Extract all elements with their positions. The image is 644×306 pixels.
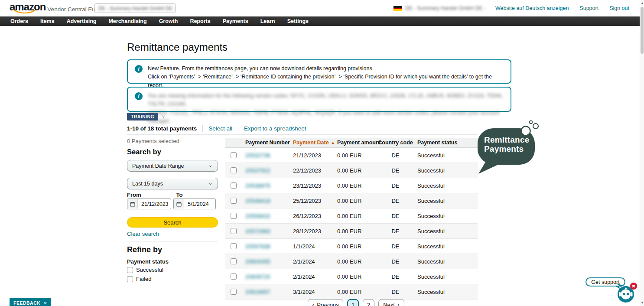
row-checkbox-cell — [225, 167, 242, 173]
col-payment-number[interactable]: Payment Number — [242, 140, 289, 146]
scroll-up-arrow-icon[interactable] — [641, 2, 644, 4]
nav-reports[interactable]: Reports — [184, 16, 216, 26]
row-checkbox[interactable] — [231, 289, 237, 295]
search-by-heading: Search by — [127, 148, 218, 156]
from-date-value[interactable]: 21/12/2023 — [138, 201, 169, 207]
row-checkbox[interactable] — [231, 258, 237, 264]
payment-number-link[interactable]: 20604355 — [245, 258, 270, 265]
support-link[interactable]: Support — [574, 5, 604, 11]
country-code-cell: DE — [377, 213, 414, 219]
nav-merchandising[interactable]: Merchandising — [102, 16, 153, 26]
row-checkbox-cell — [225, 198, 242, 204]
divider — [238, 125, 238, 132]
country-code-cell: DE — [377, 198, 414, 204]
vendor-selector-dropdown[interactable]: DE - Summary Handel GmbH DE - L... — [94, 3, 176, 13]
nav-settings[interactable]: Settings — [281, 16, 315, 26]
feedback-button[interactable]: FEEDBACK ✕ — [10, 298, 51, 306]
language-toggle-link[interactable]: Website auf Deutsch anzeigen — [490, 5, 574, 11]
row-checkbox[interactable] — [231, 167, 237, 173]
payment-amount-cell: 0.00 EUR — [334, 198, 377, 204]
row-checkbox[interactable] — [231, 213, 237, 219]
header-links: Website auf Deutsch anzeigen Support Sig… — [490, 5, 634, 12]
scroll-down-arrow-icon[interactable] — [641, 302, 644, 304]
table-row: 20609720 2/1/2024 0.00 EUR DE Successful — [225, 269, 478, 284]
row-checkbox[interactable] — [231, 152, 237, 158]
previous-page-button[interactable]: ‹ Previous — [308, 299, 343, 306]
vendor-selector-value: DE - Summary Handel GmbH DE - L... — [98, 6, 176, 11]
new-feature-notice: i New Feature. From the remittances page… — [127, 59, 511, 84]
close-icon[interactable]: ✕ — [43, 301, 47, 306]
next-page-button[interactable]: Next › — [378, 299, 404, 306]
training-badge[interactable]: TRAINING — [127, 113, 158, 120]
select-all-link[interactable]: Select all — [208, 125, 232, 132]
nav-payments[interactable]: Payments — [217, 16, 254, 26]
payment-number-link[interactable]: 20572983 — [245, 228, 270, 234]
results-count: 1-10 of 18 total payments — [127, 125, 197, 132]
payment-number-link[interactable]: 20616857 — [245, 289, 270, 295]
row-checkbox[interactable] — [231, 198, 237, 204]
export-spreadsheet-link[interactable]: Export to a spreadsheet — [244, 125, 306, 132]
to-date-value[interactable]: 5/1/2024 — [184, 201, 209, 207]
country-code-cell: DE — [377, 182, 414, 189]
payment-number-link[interactable]: 20597838 — [245, 243, 270, 250]
payment-amount-cell: 0.00 EUR — [334, 273, 377, 280]
nav-learn[interactable]: Learn — [254, 16, 281, 26]
date-preset-select[interactable]: Last 15 days ⌄ — [127, 178, 218, 189]
payment-number-link[interactable]: 20537922 — [245, 167, 270, 174]
amazon-logo[interactable]: amazon Vendor Central Europe — [10, 2, 107, 12]
payment-amount-cell: 0.00 EUR — [334, 243, 377, 250]
german-flag-icon — [393, 6, 402, 11]
close-badge-icon — [630, 283, 637, 290]
payment-number-link[interactable]: 20538875 — [245, 182, 270, 189]
nav-items[interactable]: Items — [34, 16, 61, 26]
info-icon: i — [135, 65, 143, 73]
signout-link[interactable]: Sign out — [604, 5, 634, 11]
row-checkbox[interactable] — [231, 273, 237, 280]
nav-orders[interactable]: Orders — [4, 16, 34, 26]
page-title: Remittance payments — [127, 41, 228, 53]
country-code-cell: DE — [377, 258, 414, 265]
search-button[interactable]: Search — [127, 217, 218, 228]
col-payment-date[interactable]: Payment Date▲ — [289, 140, 334, 146]
vertical-scrollbar[interactable] — [640, 0, 644, 306]
notice-line-2: VW3QV, YJ21ZL, 7P5LJ, 97XUH, W5XOU, T6IP… — [148, 109, 503, 126]
successful-checkbox[interactable] — [127, 267, 133, 273]
payment-amount-cell: 0.00 EUR — [334, 258, 377, 265]
nav-growth[interactable]: Growth — [153, 16, 184, 26]
from-date-field[interactable]: 21/12/2023 — [127, 199, 171, 209]
nav-advertising[interactable]: Advertising — [61, 16, 103, 26]
vendor-codes-notice: i You are viewing information for the fo… — [127, 87, 511, 112]
chat-bot-icon[interactable] — [615, 282, 639, 305]
calendar-icon[interactable] — [174, 199, 184, 209]
row-checkbox[interactable] — [231, 182, 237, 189]
chevron-down-icon[interactable]: ˅ — [162, 114, 165, 119]
to-date-field[interactable]: 5/1/2024 — [173, 199, 216, 209]
divider — [127, 241, 218, 241]
payment-number-link[interactable]: 20556632 — [245, 213, 270, 219]
page-2-button[interactable]: 2 — [363, 299, 374, 306]
calendar-icon[interactable] — [127, 199, 138, 209]
payment-status-cell: Successful — [414, 213, 478, 219]
chevron-down-icon: ⌄ — [208, 162, 213, 168]
payment-number-cell: 20548418 — [242, 198, 289, 204]
row-checkbox[interactable] — [231, 243, 237, 249]
table-row: 20548418 25/12/2023 0.00 EUR DE Successf… — [225, 193, 478, 208]
filter-type-select[interactable]: Payment Date Range ⌄ — [127, 160, 218, 172]
payment-number-link[interactable]: 20609720 — [245, 273, 270, 280]
payment-number-cell: 20616857 — [242, 289, 289, 295]
callout-text: Remittance Payments — [484, 135, 529, 153]
page-1-button[interactable]: 1 — [347, 299, 359, 306]
scrollbar-thumb[interactable] — [641, 7, 644, 54]
payment-number-link[interactable]: 20548418 — [245, 198, 270, 204]
to-label: To — [176, 192, 183, 198]
col-payment-status[interactable]: Payment status — [414, 140, 478, 146]
row-checkbox-cell — [225, 273, 242, 280]
failed-checkbox[interactable] — [127, 276, 133, 282]
payment-number-cell: 20572983 — [242, 228, 289, 234]
clear-search-link[interactable]: Clear search — [127, 231, 159, 237]
col-country-code[interactable]: Country code — [377, 140, 414, 146]
row-checkbox[interactable] — [231, 228, 237, 234]
country-code-cell: DE — [377, 289, 414, 295]
payment-number-link[interactable]: 20532736 — [245, 152, 270, 159]
col-payment-amount[interactable]: Payment amount — [334, 140, 377, 146]
